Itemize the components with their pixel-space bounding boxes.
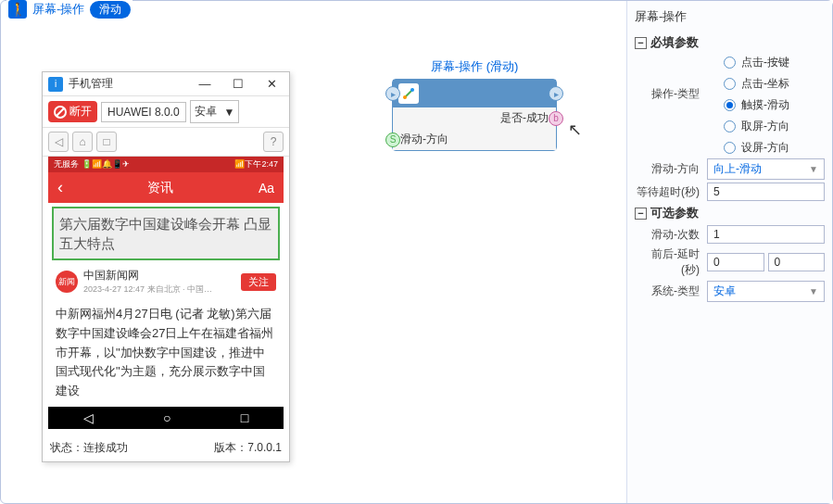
node-input-direction: 滑动-方向 [400,132,448,147]
required-section-toggle[interactable]: − 必填参数 [635,34,825,51]
radio-touch-swipe[interactable]: 触摸-滑动 [724,97,789,113]
radio-click-coord[interactable]: 点击-坐标 [724,76,789,92]
version-label: 版本：7.0.0.1 [214,440,282,456]
connection-status: 状态：连接成功 [50,440,128,456]
cursor-icon: ↖ [568,120,582,140]
platform-select[interactable]: 安卓▼ [190,100,240,123]
collapse-icon: − [635,37,647,49]
nav-help-button[interactable]: ? [263,132,284,152]
disconnect-button[interactable]: 断开 [48,101,97,122]
sys-type-select[interactable]: 安卓▼ [707,281,825,302]
delay-before-input[interactable]: 0 [707,253,764,271]
node-title: 屏幕-操作 (滑动) [392,58,557,75]
source-avatar-icon: 新闻 [56,271,78,293]
nav-back-button[interactable]: ◁ [48,132,69,152]
bool-output-port[interactable]: b [549,111,563,126]
minimize-button[interactable]: — [193,77,217,91]
statusbar-right: 📶下午2:47 [234,158,278,170]
nav-home-button[interactable]: ⌂ [72,132,93,152]
node-output-success: 是否-成功 [500,110,549,126]
follow-button[interactable]: 关注 [241,273,276,291]
close-button[interactable]: ✕ [259,77,284,91]
panel-title: 屏幕-操作 [635,6,825,31]
article-headline[interactable]: 第六届数字中国建设峰会开幕 凸显五大特点 [52,207,280,260]
collapse-icon: − [635,208,647,220]
swipe-count-input[interactable]: 1 [707,225,825,244]
source-name: 中国新闻网 [83,268,235,284]
statusbar-left: 无服务 🔋📶🔔📱✈ [54,158,130,170]
op-type-label: 操作-类型 [635,86,700,102]
font-size-button[interactable]: Aa [259,181,274,195]
radio-get-orientation[interactable]: 取屏-方向 [724,119,789,134]
swipe-dir-label: 滑动-方向 [635,161,700,177]
disconnect-icon [54,106,67,119]
article-body: 中新网福州4月27日电 (记者 龙敏)第六届数字中国建设峰会27日上午在福建省福… [48,299,284,407]
radio-set-orientation[interactable]: 设屏-方向 [724,140,789,156]
properties-panel: 屏幕-操作 − 必填参数 操作-类型 点击-按键 点击-坐标 触摸-滑动 取屏-… [626,1,832,503]
node-action-icon [398,83,419,104]
string-input-port[interactable]: S [385,132,400,147]
workflow-node[interactable]: ▸ ▸ 是否-成功 b S 滑动-方向 [392,79,557,151]
wait-timeout-label: 等待超时(秒) [635,184,700,200]
delay-after-input[interactable]: 0 [768,253,826,271]
input-port-icon[interactable]: ▸ [385,86,400,101]
android-home-icon[interactable]: ○ [163,410,170,425]
phone-app-icon: i [48,77,63,92]
phone-window-title: 手机管理 [69,76,193,92]
sys-type-label: 系统-类型 [635,284,700,299]
swipe-dir-select[interactable]: 向上-滑动▼ [707,158,825,180]
nav-recent-button[interactable]: □ [96,132,117,152]
svg-point-0 [403,95,407,99]
app-title: 资讯 [63,180,259,196]
svg-point-1 [410,88,414,92]
source-meta: 2023-4-27 12:47 来自北京 · 中国新闻... [83,284,213,296]
android-back-icon[interactable]: ◁ [83,410,94,425]
wait-timeout-input[interactable]: 5 [707,183,825,201]
chevron-down-icon: ▼ [809,286,818,296]
op-type-radio-group: 点击-按键 点击-坐标 触摸-滑动 取屏-方向 设屏-方向 [724,55,789,156]
delay-label: 前后-延时(秒) [635,246,700,278]
phone-screen: 无服务 🔋📶🔔📱✈ 📶下午2:47 ‹ 资讯 Aa 第六届数字中国建设峰会开幕 … [48,157,284,429]
maximize-button[interactable]: ☐ [226,77,250,91]
device-name-field[interactable]: HUAWEI 8.0.0 [101,102,186,122]
chevron-down-icon: ▼ [809,164,818,174]
radio-click-key[interactable]: 点击-按键 [724,55,789,70]
phone-manager-window: i 手机管理 — ☐ ✕ 断开 HUAWEI 8.0.0 安卓▼ [42,71,290,462]
swipe-count-label: 滑动-次数 [635,227,700,243]
android-recent-icon[interactable]: □ [241,410,248,425]
output-port-icon[interactable]: ▸ [549,86,563,101]
canvas-area[interactable]: i 手机管理 — ☐ ✕ 断开 HUAWEI 8.0.0 安卓▼ [1,1,626,503]
optional-section-toggle[interactable]: − 可选参数 [635,205,825,221]
